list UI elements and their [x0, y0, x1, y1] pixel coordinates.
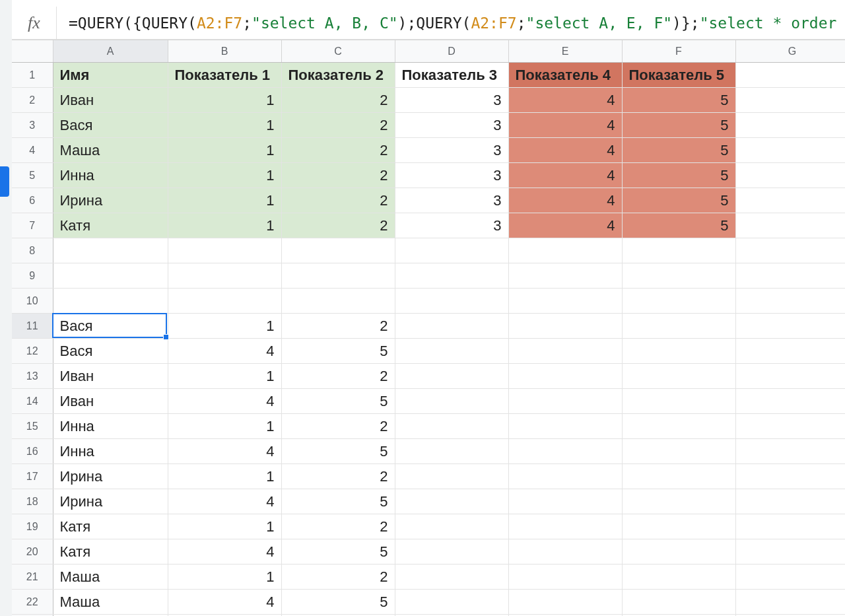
cell-C15[interactable]: 2 — [281, 414, 395, 439]
row-header-13[interactable]: 13 — [12, 364, 53, 389]
cell-F16[interactable] — [622, 439, 735, 464]
cell-D19[interactable] — [395, 514, 508, 539]
cell-D14[interactable] — [395, 389, 508, 414]
cell-C10[interactable] — [281, 289, 395, 314]
cell-B4[interactable]: 1 — [168, 138, 281, 163]
row-header-10[interactable]: 10 — [12, 289, 53, 314]
cell-G18[interactable] — [735, 489, 845, 514]
cell-C1[interactable]: Показатель 2 — [281, 63, 395, 88]
cell-C9[interactable] — [281, 263, 395, 289]
row-1[interactable]: 1ИмяПоказатель 1Показатель 2Показатель 3… — [12, 63, 845, 88]
cell-D12[interactable] — [395, 339, 508, 364]
cell-C7[interactable]: 2 — [281, 213, 395, 238]
cell-F20[interactable] — [622, 539, 735, 565]
cell-B21[interactable]: 1 — [168, 565, 281, 590]
row-22[interactable]: 22Маша45 — [12, 590, 845, 615]
cell-E20[interactable] — [508, 539, 622, 565]
cell-F19[interactable] — [622, 514, 735, 539]
cell-C5[interactable]: 2 — [281, 163, 395, 188]
column-header-E[interactable]: E — [508, 40, 622, 63]
cell-B18[interactable]: 4 — [168, 489, 281, 514]
cell-F14[interactable] — [622, 389, 735, 414]
cell-A19[interactable]: Катя — [53, 514, 168, 539]
cell-D22[interactable] — [395, 590, 508, 615]
cell-F1[interactable]: Показатель 5 — [622, 63, 735, 88]
cell-A5[interactable]: Инна — [53, 163, 168, 188]
cell-A14[interactable]: Иван — [53, 389, 168, 414]
cell-G4[interactable] — [735, 138, 845, 163]
cell-C19[interactable]: 2 — [281, 514, 395, 539]
cell-E3[interactable]: 4 — [508, 113, 622, 138]
row-header-9[interactable]: 9 — [12, 263, 53, 289]
cell-A22[interactable]: Маша — [53, 590, 168, 615]
cell-C14[interactable]: 5 — [281, 389, 395, 414]
cell-F10[interactable] — [622, 289, 735, 314]
row-5[interactable]: 5Инна12345 — [12, 163, 845, 188]
column-header-D[interactable]: D — [395, 40, 508, 63]
cell-D16[interactable] — [395, 439, 508, 464]
row-3[interactable]: 3Вася12345 — [12, 113, 845, 138]
cell-E19[interactable] — [508, 514, 622, 539]
row-header-7[interactable]: 7 — [12, 213, 53, 238]
row-header-14[interactable]: 14 — [12, 389, 53, 414]
cell-G15[interactable] — [735, 414, 845, 439]
cell-E21[interactable] — [508, 565, 622, 590]
row-header-4[interactable]: 4 — [12, 138, 53, 163]
cell-C22[interactable]: 5 — [281, 590, 395, 615]
cell-A18[interactable]: Ирина — [53, 489, 168, 514]
cell-C8[interactable] — [281, 238, 395, 263]
cell-D6[interactable]: 3 — [395, 188, 508, 213]
column-header-B[interactable]: B — [168, 40, 281, 63]
cell-D9[interactable] — [395, 263, 508, 289]
cell-D18[interactable] — [395, 489, 508, 514]
formula-bar[interactable]: fx =QUERY({QUERY(A2:F7;"select A, B, C")… — [12, 7, 845, 40]
cell-A20[interactable]: Катя — [53, 539, 168, 565]
row-10[interactable]: 10 — [12, 289, 845, 314]
cell-C17[interactable]: 2 — [281, 464, 395, 489]
column-header-C[interactable]: C — [281, 40, 395, 63]
cell-E9[interactable] — [508, 263, 622, 289]
cell-B12[interactable]: 4 — [168, 339, 281, 364]
cell-B8[interactable] — [168, 238, 281, 263]
cell-F15[interactable] — [622, 414, 735, 439]
column-header-G[interactable]: G — [735, 40, 845, 63]
row-header-11[interactable]: 11 — [12, 314, 53, 339]
cell-A13[interactable]: Иван — [53, 364, 168, 389]
cell-E2[interactable]: 4 — [508, 88, 622, 113]
cell-B1[interactable]: Показатель 1 — [168, 63, 281, 88]
cell-D5[interactable]: 3 — [395, 163, 508, 188]
row-header-1[interactable]: 1 — [12, 63, 53, 88]
cell-B14[interactable]: 4 — [168, 389, 281, 414]
cell-A16[interactable]: Инна — [53, 439, 168, 464]
cell-B9[interactable] — [168, 263, 281, 289]
cell-F7[interactable]: 5 — [622, 213, 735, 238]
cell-A1[interactable]: Имя — [53, 63, 168, 88]
row-header-12[interactable]: 12 — [12, 339, 53, 364]
cell-G16[interactable] — [735, 439, 845, 464]
cell-B20[interactable]: 4 — [168, 539, 281, 565]
spreadsheet-grid[interactable]: ABCDEFG1ИмяПоказатель 1Показатель 2Показ… — [12, 40, 845, 616]
cell-B13[interactable]: 1 — [168, 364, 281, 389]
cell-E15[interactable] — [508, 414, 622, 439]
cell-C21[interactable]: 2 — [281, 565, 395, 590]
cell-A8[interactable] — [53, 238, 168, 263]
cell-E13[interactable] — [508, 364, 622, 389]
cell-F3[interactable]: 5 — [622, 113, 735, 138]
cell-A15[interactable]: Инна — [53, 414, 168, 439]
cell-G1[interactable] — [735, 63, 845, 88]
cell-F11[interactable] — [622, 314, 735, 339]
cell-B2[interactable]: 1 — [168, 88, 281, 113]
cell-D1[interactable]: Показатель 3 — [395, 63, 508, 88]
cell-B11[interactable]: 1 — [168, 314, 281, 339]
cell-G12[interactable] — [735, 339, 845, 364]
cell-C20[interactable]: 5 — [281, 539, 395, 565]
cell-G2[interactable] — [735, 88, 845, 113]
row-11[interactable]: 11Вася12 — [12, 314, 845, 339]
cell-E17[interactable] — [508, 464, 622, 489]
cell-A11[interactable]: Вася — [53, 314, 168, 339]
cell-G14[interactable] — [735, 389, 845, 414]
cell-E16[interactable] — [508, 439, 622, 464]
row-header-5[interactable]: 5 — [12, 163, 53, 188]
row-header-15[interactable]: 15 — [12, 414, 53, 439]
row-header-21[interactable]: 21 — [12, 565, 53, 590]
